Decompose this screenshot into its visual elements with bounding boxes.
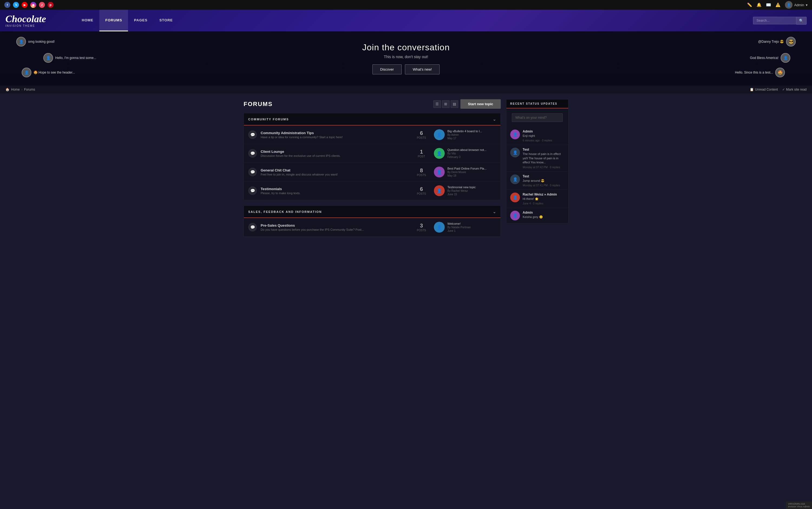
forum-count-num-testimonials: 6 <box>413 186 430 192</box>
latest-meta-general-chit-chat: By Demi Moore <box>447 171 487 174</box>
status-content-test1: Test The house of pain is in effect ya'l… <box>523 148 564 169</box>
status-item-test-jump: 👤 Test Jump around 😎 Monday at 07:41 PM … <box>506 172 568 190</box>
search-button[interactable]: 🔍 <box>796 17 807 25</box>
forums-header: FORUMS ☰ ⊞ ▤ Start new topic <box>244 99 501 109</box>
logo-area: Chocolate Invision Theme <box>0 14 76 27</box>
section-toggle-sales[interactable]: ⌄ <box>493 209 496 214</box>
forum-name-general-chit-chat[interactable]: General Chit Chat <box>261 168 409 172</box>
latest-title-pre-sales[interactable]: Welcome! <box>447 222 471 225</box>
status-name-admin2[interactable]: Admin <box>523 211 564 214</box>
bell-icon[interactable]: 🔔 <box>756 2 762 7</box>
youtube-icon[interactable]: ▶ <box>22 2 28 8</box>
instagram-icon[interactable]: ◉ <box>30 2 36 8</box>
status-text-test2: Jump around 😎 <box>523 179 564 183</box>
forum-count-num-general-chit-chat: 8 <box>413 167 430 174</box>
latest-title-general-chit-chat[interactable]: Best Paid Online Forum Pla... <box>447 167 487 170</box>
discover-button[interactable]: Discover <box>372 64 402 74</box>
pinterest-icon[interactable]: 𝕡 <box>48 2 54 8</box>
social-links: f 𝕏 ▶ ◉ ∂ 𝕡 <box>4 2 54 8</box>
status-input[interactable] <box>512 113 563 122</box>
forum-icon-admin-tips: 💬 <box>248 130 257 139</box>
status-name-test2[interactable]: Test <box>523 174 564 178</box>
float-text-tr: @Danny Trejo 😎 <box>758 40 784 43</box>
forum-row-pre-sales: 💬 Pre-Sales Questions Do you have questi… <box>244 218 500 236</box>
hero-float-mr: 🤩 Hello. Since this is a test... <box>735 68 785 77</box>
forum-name-pre-sales[interactable]: Pre-Sales Questions <box>261 224 409 228</box>
chevron-down-icon: ▾ <box>806 3 808 7</box>
sidebar: RECENT STATUS UPDATES 👤 Admin Enji night… <box>506 99 568 242</box>
float-text-bl: 🤩 Hope to see the header... <box>34 71 75 74</box>
compact-view-button[interactable]: ▤ <box>451 100 458 108</box>
float-avatar-tr2: 👤 <box>781 53 790 63</box>
mark-site-read-button[interactable]: ✓ Mark site read <box>782 88 807 92</box>
check-icon: ✓ <box>782 88 785 92</box>
hero-buttons: Discover What's new! <box>362 64 449 74</box>
latest-avatar-admin-tips: 👤 <box>434 129 445 140</box>
latest-meta-admin-tips: By Admin <box>447 133 482 136</box>
status-content-admin1: Admin Enji night 6 minutes ago · 0 repli… <box>523 130 564 142</box>
status-item-admin-enji: 👤 Admin Enji night 6 minutes ago · 0 rep… <box>506 127 568 145</box>
float-text-tl: omg looking good! <box>28 40 55 43</box>
mark-read-label: Mark site read <box>786 88 807 92</box>
status-text-admin2: Keisha grey 😊 <box>523 215 564 219</box>
forum-icon-pre-sales: 💬 <box>248 223 257 232</box>
status-name-admin1[interactable]: Admin <box>523 130 564 133</box>
status-avatar-admin1: 👤 <box>510 130 520 139</box>
alert-icon[interactable]: ⚠️ <box>776 2 781 7</box>
facebook-icon[interactable]: f <box>4 2 10 8</box>
forum-name-testimonials[interactable]: Testimonials <box>261 187 409 191</box>
status-meta-test2: Monday at 07:41 PM · 0 replies <box>523 184 564 187</box>
forum-count-pre-sales: 3 posts <box>413 223 430 232</box>
unread-content-button[interactable]: 📋 Unread Content <box>750 88 778 92</box>
grid-view-button[interactable]: ⊞ <box>442 100 449 108</box>
edit-icon[interactable]: ✏️ <box>747 2 752 7</box>
breadcrumb-current: Forums <box>24 88 35 92</box>
deviantart-icon[interactable]: ∂ <box>39 2 45 8</box>
mail-icon[interactable]: ✉️ <box>766 2 771 7</box>
forum-desc-client-lounge: Discussion forum for the exclusive use o… <box>261 154 409 158</box>
sales-section: SALES, FEEDBACK AND INFORMATION ⌄ 💬 Pre-… <box>244 206 501 237</box>
status-meta-test1: Monday at 07:42 PM · 0 replies <box>523 166 564 169</box>
forum-count-label-general-chit-chat: posts <box>413 174 430 177</box>
forum-count-general-chit-chat: 8 posts <box>413 167 430 177</box>
latest-title-testimonials[interactable]: Testimonial new topic <box>447 185 476 189</box>
breadcrumb-home[interactable]: Home <box>11 88 20 92</box>
latest-title-admin-tips[interactable]: Big vBulletin 4 board to I... <box>447 130 482 133</box>
float-avatar-bl: 👤 <box>22 68 31 77</box>
forum-name-client-lounge[interactable]: Client Lounge <box>261 149 409 154</box>
list-view-button[interactable]: ☰ <box>433 100 441 108</box>
admin-menu[interactable]: 👤 Admin ▾ <box>785 1 808 9</box>
nav-pages[interactable]: PAGES <box>128 10 153 31</box>
status-meta-admin1: 6 minutes ago · 0 replies <box>523 139 564 142</box>
forum-name-admin-tips[interactable]: Community Administration Tips <box>261 131 409 135</box>
nav-forums[interactable]: FORUMS <box>99 10 128 31</box>
latest-meta-client-lounge: By Vito <box>447 152 487 155</box>
sidebar-title-status: RECENT STATUS UPDATES <box>510 102 564 105</box>
latest-date-pre-sales: June 1 <box>447 229 471 232</box>
hero-float-tr: 😎 @Danny Trejo 😎 <box>758 37 796 46</box>
float-avatar-ml: 👤 <box>43 53 53 63</box>
latest-date-testimonials: June 15 <box>447 193 476 196</box>
section-toggle-community[interactable]: ⌄ <box>493 116 496 122</box>
search-input[interactable] <box>753 17 796 24</box>
forum-count-label-client-lounge: post <box>413 155 430 158</box>
whats-new-button[interactable]: What's new! <box>405 64 440 74</box>
status-text-admin1: Enji night <box>523 134 564 138</box>
forum-desc-pre-sales: Do you have questions before you purchas… <box>261 228 409 231</box>
status-name-rachel[interactable]: Rachel Weisz » Admin <box>523 193 564 196</box>
latest-info-pre-sales: Welcome! By Natalie Portman June 1 <box>447 222 471 232</box>
main-nav: HOME FORUMS PAGES STORE <box>76 10 753 31</box>
forum-info-testimonials: Testimonials Please, try to make long te… <box>261 187 409 195</box>
twitter-icon[interactable]: 𝕏 <box>13 2 19 8</box>
nav-home[interactable]: HOME <box>76 10 99 31</box>
latest-title-client-lounge[interactable]: Question about browser not... <box>447 148 487 151</box>
forum-info-client-lounge: Client Lounge Discussion forum for the e… <box>261 149 409 158</box>
main-layout: FORUMS ☰ ⊞ ▤ Start new topic COMMUNITY F… <box>238 94 574 247</box>
forums-header-actions: ☰ ⊞ ▤ Start new topic <box>433 99 501 109</box>
start-new-topic-button[interactable]: Start new topic <box>460 99 501 109</box>
nav-store[interactable]: STORE <box>153 10 179 31</box>
forum-count-num-client-lounge: 1 <box>413 149 430 155</box>
status-name-test1[interactable]: Test <box>523 148 564 151</box>
logo-text[interactable]: Chocolate <box>5 14 70 24</box>
forum-row-general-chit-chat: 💬 General Chit Chat Feel free to join in… <box>244 163 500 181</box>
